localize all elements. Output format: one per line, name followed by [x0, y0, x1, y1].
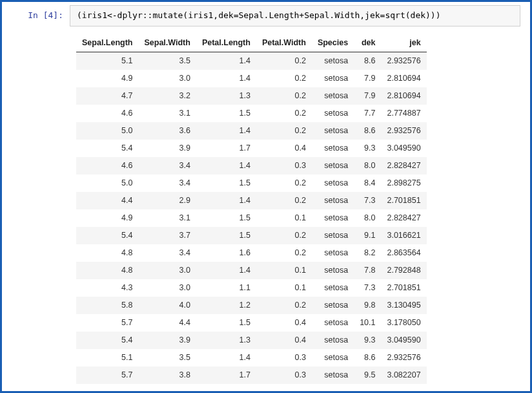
code-input[interactable]: (iris1<-dplyr::mutate(iris1,dek=Sepal.Le… — [70, 5, 520, 27]
table-cell: 4.8 — [76, 244, 138, 262]
table-row: 5.43.91.30.4setosa9.33.049590 — [76, 332, 427, 349]
column-header: Sepal.Width — [138, 34, 196, 52]
table-cell: 2.792848 — [381, 262, 426, 279]
table-cell: setosa — [312, 209, 354, 227]
table-row: 4.93.01.40.2setosa7.92.810694 — [76, 70, 427, 87]
table-row: 5.43.71.50.2setosa9.13.016621 — [76, 227, 427, 244]
table-cell: 3.4 — [138, 175, 196, 192]
input-prompt: In [4]: — [2, 5, 70, 27]
table-cell: 3.5 — [138, 349, 196, 366]
table-cell: 9.3 — [354, 140, 381, 157]
table-cell: 1.4 — [196, 192, 256, 209]
table-cell: 0.2 — [256, 105, 312, 122]
table-cell: 9.3 — [354, 332, 381, 349]
table-cell: 4.6 — [76, 157, 138, 175]
table-cell: 10.1 — [354, 314, 381, 332]
table-row: 5.03.61.40.2setosa8.62.932576 — [76, 122, 427, 140]
table-cell: 8.6 — [354, 122, 381, 140]
table-cell: 3.1 — [138, 105, 196, 122]
output-prompt — [2, 30, 70, 390]
table-cell: 0.3 — [256, 349, 312, 366]
table-cell: 2.828427 — [381, 157, 426, 175]
table-cell: 3.4 — [138, 157, 196, 175]
table-cell: 2.828427 — [381, 209, 426, 227]
table-cell: 0.2 — [256, 87, 312, 105]
table-cell: 5.7 — [76, 366, 138, 384]
table-row: 5.84.01.20.2setosa9.83.130495 — [76, 297, 427, 314]
table-cell: 4.3 — [76, 279, 138, 297]
table-row: 4.33.01.10.1setosa7.32.701851 — [76, 279, 427, 297]
table-cell: 2.810694 — [381, 70, 426, 87]
table-cell: setosa — [312, 70, 354, 87]
output-cell: Sepal.LengthSepal.WidthPetal.LengthPetal… — [2, 30, 530, 390]
table-cell: 5.1 — [76, 52, 138, 70]
table-cell: 0.2 — [256, 192, 312, 209]
table-cell: 8.0 — [354, 209, 381, 227]
table-cell: 3.2 — [138, 87, 196, 105]
table-cell: 7.9 — [354, 70, 381, 87]
table-cell: 0.2 — [256, 175, 312, 192]
table-cell: 2.701851 — [381, 279, 426, 297]
table-cell: setosa — [312, 366, 354, 384]
table-cell: 5.4 — [76, 332, 138, 349]
table-cell: 0.4 — [256, 140, 312, 157]
table-cell: 3.049590 — [381, 140, 426, 157]
table-cell: 3.4 — [138, 244, 196, 262]
table-cell: 3.0 — [138, 70, 196, 87]
table-body: 5.13.51.40.2setosa8.62.9325764.93.01.40.… — [76, 52, 427, 384]
table-row: 5.03.41.50.2setosa8.42.898275 — [76, 175, 427, 192]
table-cell: 1.1 — [196, 279, 256, 297]
table-cell: 5.4 — [76, 140, 138, 157]
table-cell: setosa — [312, 122, 354, 140]
table-cell: 9.1 — [354, 227, 381, 244]
table-cell: 1.2 — [196, 297, 256, 314]
table-cell: 7.3 — [354, 192, 381, 209]
table-cell: 4.9 — [76, 209, 138, 227]
table-cell: 4.4 — [138, 314, 196, 332]
table-cell: 4.4 — [76, 192, 138, 209]
table-cell: setosa — [312, 140, 354, 157]
table-cell: 5.7 — [76, 314, 138, 332]
table-cell: 4.6 — [76, 105, 138, 122]
dataframe-table: Sepal.LengthSepal.WidthPetal.LengthPetal… — [76, 34, 427, 384]
table-cell: 1.6 — [196, 244, 256, 262]
table-cell: 0.2 — [256, 297, 312, 314]
table-cell: setosa — [312, 262, 354, 279]
header-row: Sepal.LengthSepal.WidthPetal.LengthPetal… — [76, 34, 427, 52]
table-cell: 2.898275 — [381, 175, 426, 192]
table-cell: 0.3 — [256, 157, 312, 175]
table-cell: 3.8 — [138, 366, 196, 384]
table-cell: 3.9 — [138, 332, 196, 349]
table-cell: 2.932576 — [381, 52, 426, 70]
table-cell: 1.4 — [196, 52, 256, 70]
table-cell: 4.8 — [76, 262, 138, 279]
table-cell: 0.2 — [256, 52, 312, 70]
table-cell: setosa — [312, 52, 354, 70]
table-cell: setosa — [312, 349, 354, 366]
table-header: Sepal.LengthSepal.WidthPetal.LengthPetal… — [76, 34, 427, 52]
table-cell: 5.4 — [76, 227, 138, 244]
table-cell: 2.9 — [138, 192, 196, 209]
table-cell: 7.3 — [354, 279, 381, 297]
table-cell: 4.7 — [76, 87, 138, 105]
table-row: 4.83.41.60.2setosa8.22.863564 — [76, 244, 427, 262]
table-cell: 5.8 — [76, 297, 138, 314]
table-cell: setosa — [312, 227, 354, 244]
table-cell: 3.5 — [138, 52, 196, 70]
table-cell: 3.0 — [138, 262, 196, 279]
table-cell: 4.9 — [76, 70, 138, 87]
table-cell: 7.7 — [354, 105, 381, 122]
table-cell: 0.1 — [256, 209, 312, 227]
table-row: 5.13.51.40.2setosa8.62.932576 — [76, 52, 427, 70]
table-row: 4.63.41.40.3setosa8.02.828427 — [76, 157, 427, 175]
table-cell: setosa — [312, 244, 354, 262]
table-cell: 1.4 — [196, 70, 256, 87]
output-content: Sepal.LengthSepal.WidthPetal.LengthPetal… — [70, 30, 530, 390]
table-cell: 0.4 — [256, 314, 312, 332]
table-row: 5.74.41.50.4setosa10.13.178050 — [76, 314, 427, 332]
table-cell: 5.0 — [76, 122, 138, 140]
table-cell: 2.932576 — [381, 122, 426, 140]
table-cell: setosa — [312, 279, 354, 297]
table-cell: 7.9 — [354, 87, 381, 105]
table-cell: 8.4 — [354, 175, 381, 192]
